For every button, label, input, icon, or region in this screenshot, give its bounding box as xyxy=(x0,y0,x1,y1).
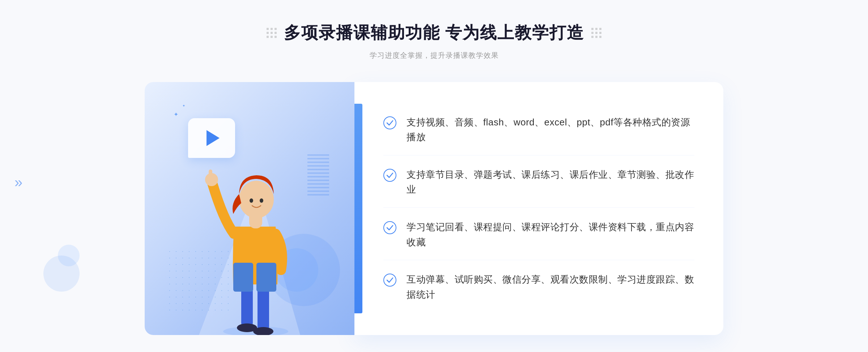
feature-text-1: 支持视频、音频、flash、word、excel、ppt、pdf等各种格式的资源… xyxy=(407,115,694,145)
svg-point-16 xyxy=(384,274,396,286)
svg-rect-11 xyxy=(233,263,253,292)
svg-point-15 xyxy=(384,222,396,234)
check-icon-4 xyxy=(383,274,396,287)
check-icon-3 xyxy=(383,221,396,234)
person-illustration xyxy=(194,147,317,335)
feature-text-3: 学习笔记回看、课程提问、课程评论打分、课件资料下载，重点内容收藏 xyxy=(407,220,694,250)
title-row: 多项录播课辅助功能 专为线上教学打造 xyxy=(267,22,602,44)
feature-text-4: 互动弹幕、试听购买、微信分享、观看次数限制、学习进度跟踪、数据统计 xyxy=(407,272,694,302)
title-decoration-left xyxy=(267,28,277,38)
svg-point-9 xyxy=(250,198,253,203)
subtitle: 学习进度全掌握，提升录播课教学效果 xyxy=(370,51,499,60)
features-panel: 支持视频、音频、flash、word、excel、ppt、pdf等各种格式的资源… xyxy=(354,82,723,335)
title-decoration-right xyxy=(591,28,601,38)
check-icon-1 xyxy=(383,116,396,129)
feature-item-1: 支持视频、音频、flash、word、excel、ppt、pdf等各种格式的资源… xyxy=(383,105,694,155)
content-area: 支持视频、音频、flash、word、excel、ppt、pdf等各种格式的资源… xyxy=(145,82,723,335)
main-title: 多项录播课辅助功能 专为线上教学打造 xyxy=(284,22,584,44)
feature-text-2: 支持章节目录、弹题考试、课后练习、课后作业、章节测验、批改作业 xyxy=(407,167,694,197)
play-icon xyxy=(207,130,220,146)
svg-point-13 xyxy=(384,117,396,129)
feature-item-2: 支持章节目录、弹题考试、课后练习、课后作业、章节测验、批改作业 xyxy=(383,157,694,208)
feature-item-4: 互动弹幕、试听购买、微信分享、观看次数限制、学习进度跟踪、数据统计 xyxy=(383,262,694,312)
header-section: 多项录播课辅助功能 专为线上教学打造 学习进度全掌握，提升录播课教学效果 xyxy=(267,22,602,60)
feature-item-3: 学习笔记回看、课程提问、课程评论打分、课件资料下载，重点内容收藏 xyxy=(383,210,694,260)
page-container: » 多项录播课辅助功能 专为线上教学打造 学习进度全掌握，提升录播课教学效果 xyxy=(0,0,868,352)
left-arrow-decoration: » xyxy=(14,174,22,190)
svg-point-14 xyxy=(384,169,396,181)
svg-point-8 xyxy=(239,181,274,218)
svg-rect-12 xyxy=(256,263,276,292)
check-icon-2 xyxy=(383,169,396,182)
svg-rect-6 xyxy=(209,169,212,180)
page-deco-circle-2 xyxy=(58,245,80,266)
svg-point-10 xyxy=(260,198,263,203)
illustration-panel xyxy=(145,82,354,335)
